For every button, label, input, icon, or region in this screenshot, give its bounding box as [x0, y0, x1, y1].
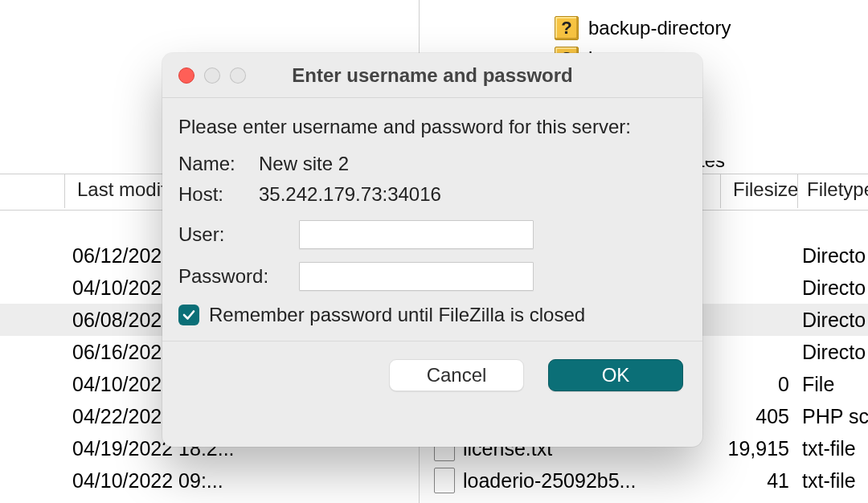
column-divider: [64, 174, 65, 208]
column-filetype[interactable]: Filetype: [807, 178, 868, 201]
credentials-form: User: Password:: [178, 220, 686, 291]
password-label: Password:: [178, 265, 299, 288]
site-host-row: Host: 35.242.179.73:34016: [178, 183, 686, 206]
site-host-value: 35.242.179.73:34016: [259, 183, 441, 206]
cell-filetype: File: [802, 368, 868, 400]
column-last-modified[interactable]: Last modifi: [77, 178, 170, 201]
cell-filesize: 405: [725, 400, 789, 432]
site-name-label: Name:: [178, 153, 259, 175]
cell-date: 04/10/2022 09:...: [72, 464, 257, 497]
dialog-prompt: Please enter username and password for t…: [178, 116, 686, 138]
column-filesize[interactable]: Filesize: [733, 178, 798, 201]
cell-filetype: PHP sc: [802, 400, 868, 432]
cell-filetype: Directo: [802, 336, 868, 368]
file-icon: [434, 468, 455, 493]
list-item[interactable]: ? backup-directory: [555, 13, 731, 43]
password-input[interactable]: [299, 262, 534, 291]
window-controls: [178, 67, 246, 84]
cell-filetype: Directo: [802, 304, 868, 336]
cell-filesize: 19,915: [725, 432, 789, 464]
close-icon[interactable]: [178, 67, 194, 84]
site-name-value: New site 2: [259, 153, 349, 175]
cancel-button[interactable]: Cancel: [389, 359, 524, 391]
password-row: Password:: [178, 262, 686, 291]
unknown-folder-icon: ?: [555, 16, 579, 40]
column-divider: [797, 174, 798, 208]
user-input[interactable]: [299, 220, 534, 249]
cell-filetype: Directo: [802, 272, 868, 304]
user-label: User:: [178, 223, 299, 246]
dialog-separator: [162, 341, 702, 341]
zoom-icon[interactable]: [230, 67, 246, 84]
cell-filetype: Directo: [802, 239, 868, 272]
table-row[interactable]: 04/10/2022 09:... loaderio-25092b5... 41…: [0, 464, 868, 497]
site-name-row: Name: New site 2: [178, 153, 686, 175]
check-icon: [182, 308, 196, 322]
cell-filetype: txt-file: [802, 464, 868, 497]
file-name: backup-directory: [588, 17, 731, 39]
dialog-buttons: Cancel OK: [178, 359, 686, 391]
auth-dialog: Enter username and password Please enter…: [162, 53, 702, 447]
cell-filetype: txt-file: [802, 432, 868, 464]
cell-filename-text: loaderio-25092b5...: [463, 464, 636, 497]
site-host-label: Host:: [178, 183, 259, 206]
column-divider: [720, 174, 721, 208]
cell-filename: loaderio-25092b5...: [434, 464, 691, 497]
titlebar: Enter username and password: [162, 53, 702, 98]
remember-row[interactable]: Remember password until FileZilla is clo…: [178, 304, 686, 326]
ok-button-label: OK: [602, 364, 630, 386]
cancel-button-label: Cancel: [427, 364, 487, 386]
user-row: User:: [178, 220, 686, 249]
cell-filesize: 41: [725, 464, 789, 497]
dialog-body: Please enter username and password for t…: [162, 98, 702, 407]
remember-checkbox[interactable]: [178, 305, 199, 325]
remember-label: Remember password until FileZilla is clo…: [209, 304, 585, 326]
minimize-icon[interactable]: [204, 67, 220, 84]
ok-button[interactable]: OK: [548, 359, 683, 391]
cell-filesize: 0: [725, 368, 789, 400]
